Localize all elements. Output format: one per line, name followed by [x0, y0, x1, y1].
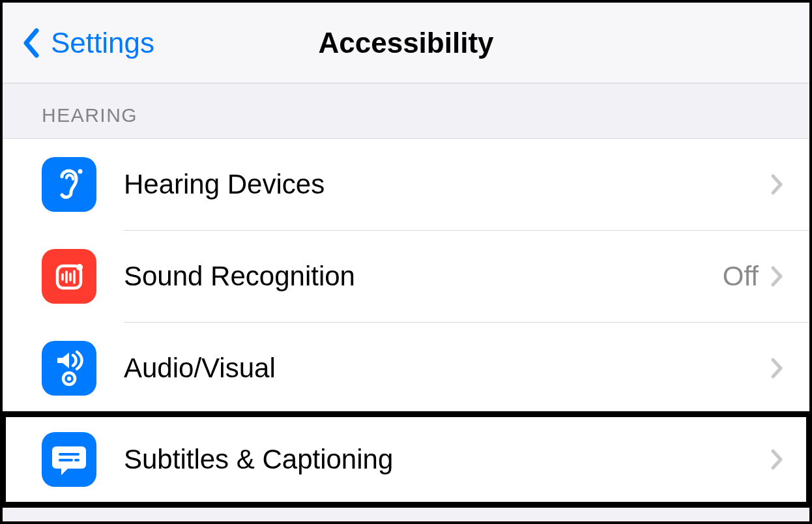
sound-recognition-icon	[42, 249, 96, 304]
audio-visual-icon	[42, 341, 96, 396]
captions-icon	[42, 432, 96, 487]
back-label: Settings	[51, 27, 154, 59]
row-hearing-devices[interactable]: Hearing Devices	[3, 139, 809, 230]
nav-bar: Settings Accessibility	[3, 3, 809, 83]
svg-point-2	[76, 264, 83, 270]
settings-list: Hearing Devices Sound Recognition Off	[3, 138, 809, 506]
chevron-right-icon	[770, 448, 783, 471]
row-sound-recognition[interactable]: Sound Recognition Off	[3, 231, 809, 322]
section-header-hearing: HEARING	[3, 83, 809, 138]
row-label: Audio/Visual	[124, 353, 770, 384]
row-subtitles-captioning[interactable]: Subtitles & Captioning	[3, 414, 809, 505]
chevron-left-icon	[22, 28, 39, 58]
chevron-right-icon	[770, 357, 783, 379]
row-label: Hearing Devices	[124, 169, 770, 200]
row-detail: Off	[723, 261, 759, 292]
svg-point-8	[67, 377, 71, 381]
row-audio-visual[interactable]: Audio/Visual	[3, 323, 809, 414]
chevron-right-icon	[770, 265, 783, 287]
svg-point-0	[78, 169, 83, 174]
row-label: Subtitles & Captioning	[124, 444, 770, 475]
chevron-right-icon	[770, 173, 783, 196]
accessibility-settings-screen: Settings Accessibility HEARING Hearing D…	[0, 0, 812, 524]
ear-icon	[42, 157, 96, 212]
back-button[interactable]: Settings	[3, 27, 154, 59]
row-label: Sound Recognition	[124, 261, 723, 292]
